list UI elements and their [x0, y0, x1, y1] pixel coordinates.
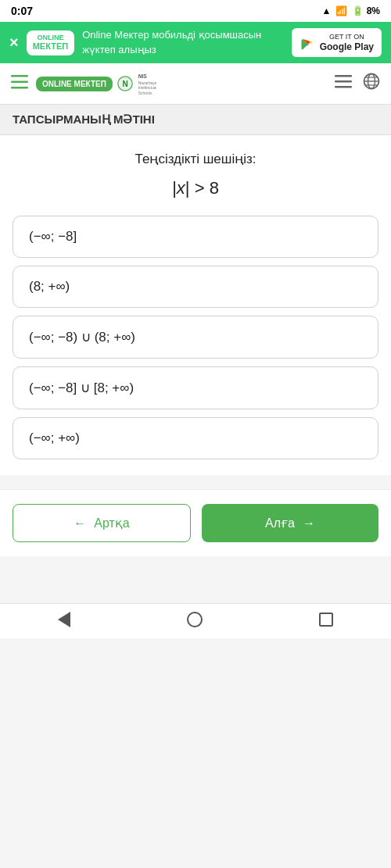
answer-options: (−∞; −8] (8; +∞) (−∞; −8) ∪ (8; +∞) (−∞;… [13, 216, 378, 459]
battery-icon: 🔋 8% [352, 5, 380, 16]
recents-square-icon [319, 613, 333, 627]
status-bar: 0:07 ▲ 📶 🔋 8% [0, 0, 391, 22]
svg-text:Schools: Schools [138, 91, 152, 95]
google-play-label: GET IT ON Google Play [320, 33, 374, 52]
nav-buttons: ← Артқа Алға → [0, 489, 391, 556]
svg-text:N: N [122, 80, 127, 88]
svg-rect-0 [11, 75, 28, 77]
ad-logo-line1: ONLINE [37, 34, 63, 42]
nis-logo-svg: N NIS Nazarbayev Intellectual Schools [117, 70, 156, 98]
globe-icon[interactable] [363, 73, 380, 95]
home-circle-icon [187, 612, 203, 627]
system-nav-bar [0, 603, 391, 638]
ad-logo-line2: МЕКТЕП [33, 41, 68, 52]
task-header: ТАПСЫРМАНЫҢ МӘТІНІ [0, 105, 391, 135]
svg-text:NIS: NIS [138, 74, 148, 80]
task-header-label: ТАПСЫРМАНЫҢ МӘТІНІ [13, 113, 155, 126]
svg-rect-9 [335, 75, 352, 77]
google-play-button[interactable]: GET IT ON Google Play [292, 28, 382, 57]
list-icon[interactable] [335, 73, 352, 94]
svg-rect-11 [335, 86, 352, 88]
equation-text: |x| > 8 [172, 178, 219, 198]
page-footer [0, 556, 391, 603]
answer-option-1[interactable]: (−∞; −8] [13, 216, 378, 258]
status-time: 0:07 [11, 5, 33, 17]
nis-logo: N NIS Nazarbayev Intellectual Schools [117, 70, 156, 98]
answer-option-5[interactable]: (−∞; +∞) [13, 417, 378, 459]
back-arrow-icon: ← [74, 516, 86, 530]
answer-option-3[interactable]: (−∞; −8) ∪ (8; +∞) [13, 316, 378, 359]
status-icons: ▲ 📶 🔋 8% [321, 5, 380, 16]
svg-rect-1 [11, 81, 28, 84]
ad-banner: × ONLINE МЕКТЕП Online Мектер мобильді қ… [0, 22, 391, 63]
back-label: Артқа [94, 516, 129, 530]
wifi-icon: 📶 [335, 5, 347, 16]
back-button[interactable]: ← Артқа [13, 504, 191, 542]
hamburger-menu-icon[interactable] [11, 73, 28, 94]
google-play-icon [300, 35, 315, 51]
svg-text:Nazarbayev: Nazarbayev [138, 80, 156, 85]
main-content: Теңсіздікті шешіңіз: |x| > 8 (−∞; −8] (8… [0, 135, 391, 475]
nav-right-icons [335, 73, 380, 95]
system-home-button[interactable] [187, 612, 203, 627]
answer-option-2[interactable]: (8; +∞) [13, 266, 378, 308]
forward-label: Алға [265, 516, 295, 530]
nav-logos: ONLINE МЕКТЕП N NIS Nazarbayev Intellect… [36, 70, 327, 98]
online-mektep-logo: ONLINE МЕКТЕП [36, 77, 113, 91]
forward-button[interactable]: Алға → [202, 504, 378, 542]
back-triangle-icon [58, 612, 70, 627]
forward-arrow-icon: → [303, 516, 315, 530]
nav-bar: ONLINE МЕКТЕП N NIS Nazarbayev Intellect… [0, 63, 391, 105]
svg-rect-10 [335, 80, 352, 83]
question-title: Теңсіздікті шешіңіз: [13, 151, 378, 167]
svg-text:Intellectual: Intellectual [138, 86, 156, 91]
system-back-button[interactable] [58, 612, 70, 627]
ad-text: Online Мектер мобильді қосымшасын жүктеп… [82, 28, 284, 56]
answer-option-4[interactable]: (−∞; −8] ∪ [8; +∞) [13, 366, 378, 409]
signal-icon: ▲ [321, 5, 331, 16]
ad-close-button[interactable]: × [9, 34, 19, 52]
ad-logo: ONLINE МЕКТЕП [27, 30, 74, 55]
system-recents-button[interactable] [319, 613, 333, 627]
math-equation: |x| > 8 [13, 178, 378, 198]
svg-rect-2 [11, 87, 28, 89]
